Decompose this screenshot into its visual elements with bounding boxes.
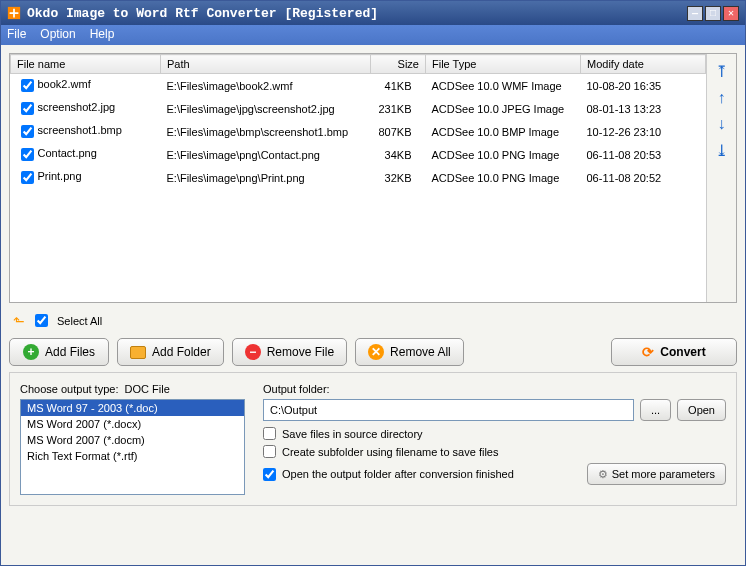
add-files-label: Add Files — [45, 345, 95, 359]
open-after-checkbox[interactable] — [263, 468, 276, 481]
output-type-listbox[interactable]: MS Word 97 - 2003 (*.doc)MS Word 2007 (*… — [20, 399, 245, 495]
output-settings: Choose output type: DOC File MS Word 97 … — [9, 372, 737, 506]
move-up-icon[interactable]: ↑ — [718, 89, 726, 107]
content-area: File name Path Size File Type Modify dat… — [1, 45, 745, 565]
menu-file[interactable]: File — [7, 27, 26, 43]
menu-option[interactable]: Option — [40, 27, 75, 43]
output-type-option[interactable]: Rich Text Format (*.rtf) — [21, 448, 244, 464]
plus-icon: + — [23, 344, 39, 360]
app-icon — [7, 6, 21, 20]
minus-icon: − — [245, 344, 261, 360]
gear-icon: ⚙ — [598, 468, 608, 481]
maximize-button[interactable]: □ — [705, 6, 721, 21]
col-type[interactable]: File Type — [426, 55, 581, 74]
move-bottom-icon[interactable]: ⤓ — [715, 141, 728, 160]
titlebar: Okdo Image to Word Rtf Converter [Regist… — [1, 1, 745, 25]
file-checkbox[interactable] — [21, 171, 34, 184]
file-list: File name Path Size File Type Modify dat… — [10, 54, 706, 302]
add-folder-label: Add Folder — [152, 345, 211, 359]
select-all-label[interactable]: Select All — [57, 315, 102, 327]
output-type-option[interactable]: MS Word 2007 (*.docm) — [21, 432, 244, 448]
set-more-parameters-button[interactable]: ⚙ Set more parameters — [587, 463, 726, 485]
save-in-source-checkbox[interactable] — [263, 427, 276, 440]
move-down-icon[interactable]: ↓ — [718, 115, 726, 133]
output-type-option[interactable]: MS Word 2007 (*.docx) — [21, 416, 244, 432]
menu-help[interactable]: Help — [90, 27, 115, 43]
open-after-label[interactable]: Open the output folder after conversion … — [282, 468, 514, 480]
file-checkbox[interactable] — [21, 102, 34, 115]
remove-file-button[interactable]: − Remove File — [232, 338, 347, 366]
select-all-checkbox[interactable] — [35, 314, 48, 327]
create-subfolder-label[interactable]: Create subfolder using filename to save … — [282, 446, 498, 458]
window-title: Okdo Image to Word Rtf Converter [Regist… — [27, 6, 685, 21]
table-row[interactable]: Print.pngE:\Files\image\png\Print.png32K… — [11, 166, 706, 189]
browse-button[interactable]: ... — [640, 399, 671, 421]
convert-label: Convert — [660, 345, 705, 359]
select-all-row: ⬑ Select All — [9, 309, 737, 332]
create-subfolder-checkbox[interactable] — [263, 445, 276, 458]
choose-output-value: DOC File — [125, 383, 170, 395]
up-arrow-icon: ⬑ — [13, 313, 25, 329]
table-row[interactable]: book2.wmfE:\Files\image\book2.wmf41KBACD… — [11, 74, 706, 98]
remove-file-label: Remove File — [267, 345, 334, 359]
output-folder-column: Output folder: ... Open Save files in so… — [263, 383, 726, 495]
output-type-option[interactable]: MS Word 97 - 2003 (*.doc) — [21, 400, 244, 416]
choose-output-label: Choose output type: DOC File — [20, 383, 245, 395]
col-path[interactable]: Path — [161, 55, 371, 74]
output-type-column: Choose output type: DOC File MS Word 97 … — [20, 383, 245, 495]
reorder-sidebar: ⤒ ↑ ↓ ⤓ — [706, 54, 736, 302]
folder-icon — [130, 346, 146, 359]
toolbar-row: + Add Files Add Folder − Remove File ✕ R… — [9, 338, 737, 366]
open-folder-button[interactable]: Open — [677, 399, 726, 421]
file-list-container: File name Path Size File Type Modify dat… — [9, 53, 737, 303]
col-modify[interactable]: Modify date — [581, 55, 706, 74]
col-filename[interactable]: File name — [11, 55, 161, 74]
add-files-button[interactable]: + Add Files — [9, 338, 109, 366]
file-checkbox[interactable] — [21, 148, 34, 161]
remove-all-label: Remove All — [390, 345, 451, 359]
close-button[interactable]: ✕ — [723, 6, 739, 21]
file-checkbox[interactable] — [21, 79, 34, 92]
col-size[interactable]: Size — [371, 55, 426, 74]
remove-all-button[interactable]: ✕ Remove All — [355, 338, 464, 366]
minimize-button[interactable]: — — [687, 6, 703, 21]
output-folder-input[interactable] — [263, 399, 634, 421]
add-folder-button[interactable]: Add Folder — [117, 338, 224, 366]
table-row[interactable]: Contact.pngE:\Files\image\png\Contact.pn… — [11, 143, 706, 166]
app-window: Okdo Image to Word Rtf Converter [Regist… — [0, 0, 746, 566]
x-icon: ✕ — [368, 344, 384, 360]
output-folder-label: Output folder: — [263, 383, 726, 395]
move-top-icon[interactable]: ⤒ — [715, 62, 728, 81]
table-row[interactable]: screenshot2.jpgE:\Files\image\jpg\screen… — [11, 97, 706, 120]
table-row[interactable]: screenshot1.bmpE:\Files\image\bmp\screen… — [11, 120, 706, 143]
convert-button[interactable]: ⟳ Convert — [611, 338, 737, 366]
file-checkbox[interactable] — [21, 125, 34, 138]
save-in-source-label[interactable]: Save files in source directory — [282, 428, 423, 440]
menu-bar: File Option Help — [1, 25, 745, 45]
convert-icon: ⟳ — [642, 344, 654, 360]
